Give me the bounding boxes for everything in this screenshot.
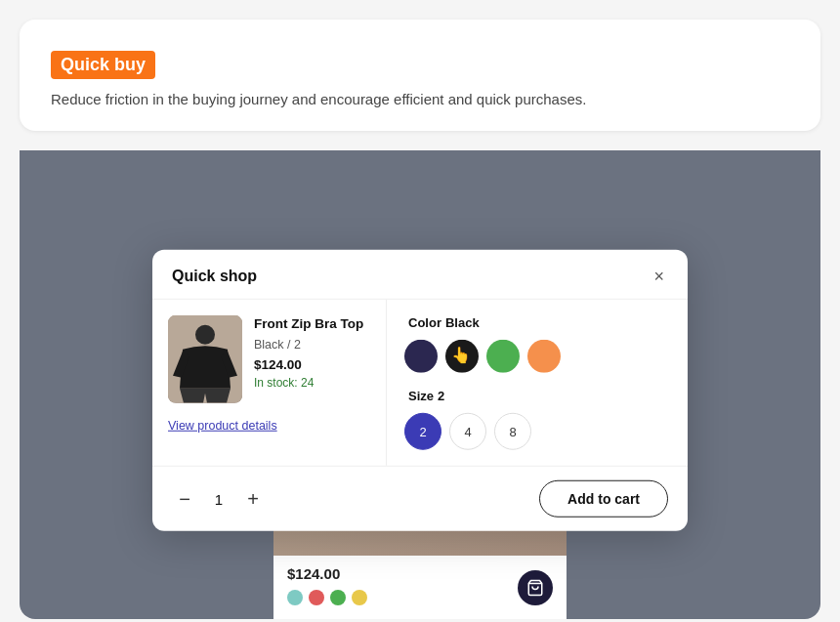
color-label: ColorBlack <box>404 315 670 330</box>
modal-body: Front Zip Bra Top Black / 2 $124.00 In s… <box>152 300 688 466</box>
product-thumbnail <box>168 315 242 403</box>
modal-left: Front Zip Bra Top Black / 2 $124.00 In s… <box>152 300 387 466</box>
product-price: $124.00 <box>254 357 370 372</box>
feature-description: Reduce friction in the buying journey an… <box>51 91 789 107</box>
quick-shop-modal: Quick shop × <box>152 250 688 531</box>
bg-product-bottom: $124.00 <box>273 556 567 619</box>
product-info-row: Front Zip Bra Top Black / 2 $124.00 In s… <box>168 315 370 403</box>
color-swatches: 👆 <box>404 340 670 373</box>
color-selected-value: Black <box>445 315 480 330</box>
swatch-green[interactable] <box>486 340 520 373</box>
color-dot-green <box>330 590 346 605</box>
cart-icon-btn[interactable] <box>518 570 553 605</box>
swatch-orange[interactable] <box>527 340 561 373</box>
product-name: Front Zip Bra Top <box>254 315 370 334</box>
size-btn-8[interactable]: 8 <box>494 413 531 450</box>
size-label-text: Size <box>408 389 434 403</box>
quantity-minus-button[interactable]: − <box>172 486 197 512</box>
add-to-cart-button[interactable]: Add to cart <box>539 480 668 518</box>
size-btn-4[interactable]: 4 <box>449 413 486 450</box>
product-stock: In stock: 24 <box>254 376 370 390</box>
quantity-plus-button[interactable]: + <box>240 486 266 512</box>
close-button[interactable]: × <box>650 266 668 287</box>
size-label: Size2 <box>404 389 670 403</box>
color-dot-teal <box>287 590 303 605</box>
product-image-svg <box>168 315 242 403</box>
modal-header: Quick shop × <box>152 250 688 300</box>
swatch-black[interactable]: 👆 <box>445 340 479 373</box>
product-details: Front Zip Bra Top Black / 2 $124.00 In s… <box>254 315 370 390</box>
size-selected-value: 2 <box>438 389 444 403</box>
svg-point-3 <box>195 325 215 345</box>
quantity-value: 1 <box>209 490 229 507</box>
bg-price: $124.00 <box>287 565 553 582</box>
cursor-icon: 👆 <box>451 346 471 364</box>
feature-title: Quick buy <box>51 51 155 79</box>
swatch-dark-navy[interactable] <box>404 340 438 373</box>
quantity-control: − 1 + <box>172 486 266 512</box>
color-label-text: Color <box>408 315 441 330</box>
cart-icon <box>526 579 544 597</box>
size-btn-2[interactable]: 2 <box>404 413 441 450</box>
modal-footer: − 1 + Add to cart <box>152 466 688 531</box>
color-dot-yellow <box>352 590 367 605</box>
view-product-details-link[interactable]: View product details <box>168 419 370 433</box>
modal-title: Quick shop <box>172 268 257 285</box>
demo-area: $124.00 Quick shop × <box>20 150 820 619</box>
feature-card: Quick buy Reduce friction in the buying … <box>20 20 820 131</box>
product-variant: Black / 2 <box>254 338 370 352</box>
color-dots-row <box>287 590 553 605</box>
modal-right: ColorBlack 👆 Size2 2 4 8 <box>387 300 688 466</box>
product-thumb-image <box>168 315 242 403</box>
size-buttons: 2 4 8 <box>404 413 670 450</box>
color-dot-red <box>309 590 324 605</box>
